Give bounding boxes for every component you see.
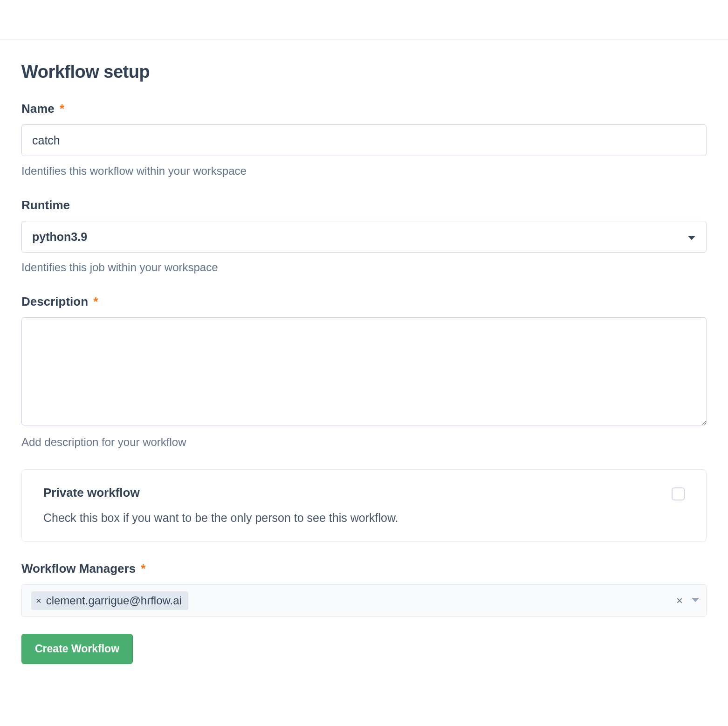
form-container: Workflow setup Name * Identifies this wo…: [0, 40, 728, 664]
page-title: Workflow setup: [21, 62, 707, 82]
name-helper: Identifies this workflow within your wor…: [21, 164, 707, 178]
managers-multiselect[interactable]: × clement.garrigue@hrflow.ai ×: [21, 584, 707, 617]
description-textarea[interactable]: [21, 317, 707, 425]
private-panel-left: Private workflow Check this box if you w…: [43, 486, 672, 525]
private-panel: Private workflow Check this box if you w…: [21, 469, 707, 542]
runtime-selected-value: python3.9: [32, 230, 87, 244]
runtime-select-wrap: python3.9: [21, 221, 707, 253]
chevron-down-icon[interactable]: [691, 596, 700, 605]
managers-controls: ×: [676, 594, 700, 607]
caret-down-icon: [687, 230, 696, 244]
name-input[interactable]: [21, 124, 707, 156]
runtime-label-text: Runtime: [21, 198, 70, 212]
chip-text: clement.garrigue@hrflow.ai: [46, 594, 182, 607]
description-label-text: Description: [21, 295, 88, 308]
description-field: Description * Add description for your w…: [21, 295, 707, 449]
name-label-text: Name: [21, 102, 55, 116]
description-helper: Add description for your workflow: [21, 436, 707, 449]
managers-chips: × clement.garrigue@hrflow.ai: [31, 591, 188, 610]
manager-chip: × clement.garrigue@hrflow.ai: [31, 591, 188, 610]
managers-label: Workflow Managers *: [21, 562, 707, 576]
required-star: *: [141, 562, 145, 575]
create-workflow-button[interactable]: Create Workflow: [21, 634, 133, 664]
runtime-label: Runtime: [21, 198, 707, 212]
private-title: Private workflow: [43, 486, 672, 500]
runtime-helper: Identifies this job within your workspac…: [21, 261, 707, 274]
top-spacer: [0, 0, 728, 39]
managers-label-text: Workflow Managers: [21, 562, 136, 575]
required-star: *: [93, 295, 98, 308]
clear-all-icon[interactable]: ×: [676, 594, 683, 607]
runtime-field: Runtime python3.9 Identifies this job wi…: [21, 198, 707, 274]
runtime-select[interactable]: python3.9: [21, 221, 707, 253]
name-field: Name * Identifies this workflow within y…: [21, 102, 707, 178]
chip-remove-icon[interactable]: ×: [36, 596, 41, 605]
name-label: Name *: [21, 102, 707, 116]
private-checkbox[interactable]: [672, 487, 685, 500]
private-desc: Check this box if you want to be the onl…: [43, 511, 672, 525]
managers-field: Workflow Managers * × clement.garrigue@h…: [21, 562, 707, 617]
description-label: Description *: [21, 295, 707, 309]
required-star: *: [60, 102, 64, 116]
